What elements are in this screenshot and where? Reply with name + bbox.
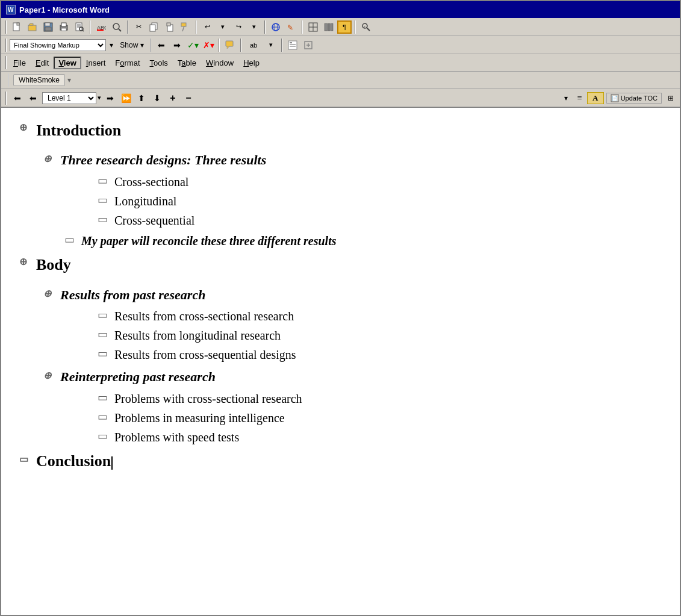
svg-rect-36 xyxy=(328,23,330,31)
copy-btn[interactable] xyxy=(147,20,161,34)
markup-btn[interactable]: ✎ xyxy=(284,20,299,34)
markup-dropdown[interactable]: Final Showing Markup xyxy=(10,39,106,51)
outline-handle-results[interactable]: ⊕ xyxy=(43,287,55,300)
svg-rect-37 xyxy=(331,23,333,31)
sep-out xyxy=(5,92,7,105)
svg-marker-5 xyxy=(28,23,33,25)
outline-up-btn[interactable]: ⬆ xyxy=(135,92,148,104)
svg-rect-26 xyxy=(181,23,186,26)
outline-handle-intro[interactable]: ⊕ xyxy=(19,121,31,134)
svg-rect-3 xyxy=(17,23,19,25)
toc-options-btn[interactable]: ⊞ xyxy=(664,92,677,104)
redo-btn[interactable]: ↪ xyxy=(231,20,246,34)
accept-btn[interactable]: ✓▾ xyxy=(185,39,200,52)
menu-table[interactable]: Table xyxy=(173,57,201,69)
outline-handle-research[interactable]: ⊕ xyxy=(43,152,55,166)
svg-rect-11 xyxy=(61,28,66,31)
bullet-pmeasure: ▭ xyxy=(98,409,108,425)
svg-rect-41 xyxy=(226,41,233,46)
cut-btn[interactable]: ✂ xyxy=(131,20,146,34)
show-btn[interactable]: Show ▾ xyxy=(117,39,147,52)
undo-dropdown-btn[interactable]: ▾ xyxy=(216,20,230,34)
track-changes-toolbar: Final Showing Markup ▾ Show ▾ ⬅ ➡ ✓▾ ✗▾ … xyxy=(1,36,680,54)
heading-research-designs: ⊕ Three research designs: Three results xyxy=(43,151,662,170)
bullet-reconcile: ▭ xyxy=(64,232,75,247)
paste-btn[interactable] xyxy=(163,20,177,34)
doc-map-btn[interactable] xyxy=(285,39,300,52)
intro-text: Introduction xyxy=(36,120,121,142)
cross-sequential-text: Cross-sequential xyxy=(114,212,194,229)
outline-lvl-dropdown2[interactable]: ▾ xyxy=(559,92,573,104)
outline-down-btn[interactable]: ⬇ xyxy=(151,92,164,104)
menu-help[interactable]: Help xyxy=(238,57,264,69)
preview-btn[interactable] xyxy=(72,20,87,34)
spellcheck-btn[interactable]: ABC xyxy=(94,20,108,34)
redo-dropdown-btn[interactable]: ▾ xyxy=(247,20,261,34)
menu-view[interactable]: View xyxy=(54,57,81,69)
menu-insert[interactable]: Insert xyxy=(81,57,111,69)
prev-change-btn[interactable]: ⬅ xyxy=(154,39,169,52)
outline-next-btn[interactable]: ⬅ xyxy=(26,92,40,104)
whitesmoke-button[interactable]: WhiteSmoke xyxy=(13,74,65,86)
outline-expand-btn[interactable]: + xyxy=(166,92,179,104)
sep7 xyxy=(355,20,356,34)
toolbar-area: ABC ✂ ↩ ▾ ↪ ▾ xyxy=(1,18,680,108)
track-btn2[interactable]: ▾ xyxy=(264,39,278,52)
print-btn[interactable] xyxy=(57,20,71,34)
outline-collapse-btn[interactable]: − xyxy=(182,92,195,104)
new-comment-btn[interactable] xyxy=(223,39,237,52)
outline-line-icon: ≡ xyxy=(577,93,582,103)
whitesmoke-bar: WhiteSmoke ▾ xyxy=(1,72,680,89)
sep-tc3 xyxy=(219,39,220,52)
menu-format[interactable]: Format xyxy=(110,57,145,69)
body-text: Body xyxy=(36,254,71,276)
next-change-btn[interactable]: ➡ xyxy=(170,39,184,52)
bullet-rlong: ▭ xyxy=(98,327,108,342)
menu-file[interactable]: File xyxy=(8,57,31,69)
svg-line-21 xyxy=(119,29,121,31)
update-toc-button[interactable]: 📄 Update TOC xyxy=(606,93,662,104)
problems-speed-text: Problems with speed tests xyxy=(114,429,239,446)
expand-btn[interactable] xyxy=(301,39,316,52)
reject-btn[interactable]: ✗▾ xyxy=(201,39,216,52)
cross-sectional-text: Cross-sectional xyxy=(114,173,188,190)
track-btn[interactable]: ab xyxy=(244,39,263,52)
whitesmoke-dropdown-arrow[interactable]: ▾ xyxy=(67,76,71,85)
outline-handle-body[interactable]: ⊕ xyxy=(19,255,31,269)
svg-text:✎: ✎ xyxy=(287,23,293,32)
svg-text:📄: 📄 xyxy=(612,95,618,101)
menu-edit[interactable]: Edit xyxy=(31,57,54,69)
menu-window[interactable]: Window xyxy=(201,57,238,69)
svg-text:+: + xyxy=(364,25,366,28)
format-painter-btn[interactable] xyxy=(178,20,193,34)
conclusion-text: Conclusion xyxy=(36,450,113,472)
new-btn[interactable] xyxy=(10,20,24,34)
menu-tools[interactable]: Tools xyxy=(145,57,173,69)
undo-btn[interactable]: ↩ xyxy=(200,20,214,34)
outline-right-btn[interactable]: ➡ xyxy=(104,92,117,104)
open-btn[interactable] xyxy=(25,20,40,34)
save-btn[interactable] xyxy=(41,20,55,34)
outline-font-btn[interactable]: A xyxy=(587,92,604,104)
table-btn[interactable] xyxy=(306,20,320,34)
sep-tc1 xyxy=(5,39,7,52)
outline-right2-btn[interactable]: ⏩ xyxy=(119,92,132,104)
show-hide-btn[interactable]: ¶ xyxy=(337,20,352,34)
web-btn[interactable] xyxy=(269,20,283,34)
columns-btn[interactable] xyxy=(322,20,336,34)
outline-prev-btn[interactable]: ⬅ xyxy=(11,92,24,104)
sep-menu xyxy=(5,56,7,69)
outline-handle-reinterp[interactable]: ⊕ xyxy=(43,369,55,382)
svg-line-17 xyxy=(82,30,84,31)
item-problems-speed: ▭ Problems with speed tests xyxy=(98,429,662,446)
level-dropdown[interactable]: Level 1 xyxy=(42,92,96,104)
main-window: W Paper1 - Microsoft Word xyxy=(0,0,681,616)
sep3 xyxy=(127,20,128,34)
reconcile-text: My paper will reconcile these three diff… xyxy=(81,232,337,249)
bullet-pspeed: ▭ xyxy=(98,429,108,444)
svg-line-39 xyxy=(367,28,370,31)
zoom-btn[interactable]: + xyxy=(359,20,373,34)
item-problems-cross: ▭ Problems with cross-sectional research xyxy=(98,390,662,407)
outline-toolbar: ⬅ ⬅ Level 1 ▾ ➡ ⏩ ⬆ ⬇ + − ▾ ≡ A 📄 Update… xyxy=(1,89,680,107)
research-btn[interactable] xyxy=(110,20,124,34)
